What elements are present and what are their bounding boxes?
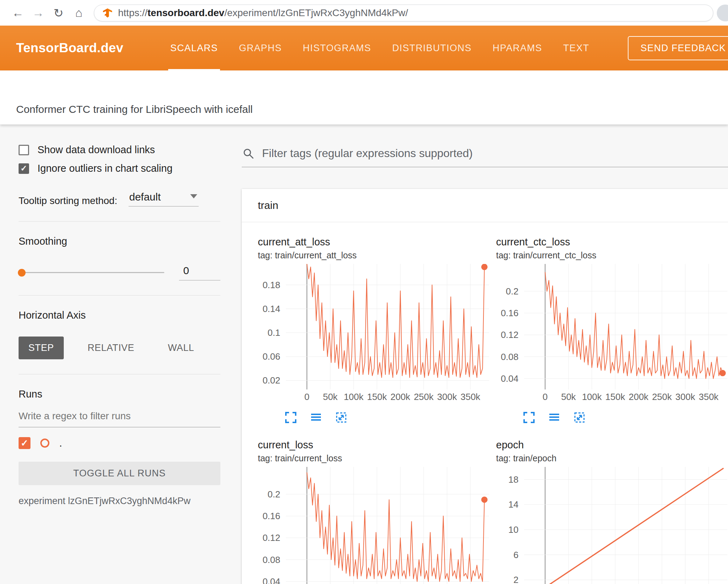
toggle-all-runs-button[interactable]: TOGGLE ALL RUNS — [19, 462, 220, 485]
tooltip-sorting-label: Tooltip sorting method: — [19, 195, 117, 206]
chart-current-loss: current_loss tag: train/current_loss 0.0… — [258, 439, 489, 584]
tab-distributions[interactable]: DISTRIBUTIONS — [382, 26, 482, 70]
tab-bar: SCALARS GRAPHS HISTOGRAMS DISTRIBUTIONS … — [160, 26, 600, 70]
tooltip-sorting-value: default — [129, 191, 161, 203]
tab-scalars[interactable]: SCALARS — [160, 26, 228, 70]
x-axis-labels: 050k100k150k200k250k300k350k — [524, 389, 727, 402]
chart-epoch: epoch tag: train/epoch 26101418 050k100k… — [496, 439, 727, 584]
browser-toolbar: ← → ↻ ⌂ https://tensorboard.dev/experime… — [0, 0, 728, 26]
run-checkbox[interactable]: ✓ — [19, 437, 30, 449]
experiment-subtitle: Conformer CTC training for LibriSpeech w… — [0, 70, 728, 124]
line-chart[interactable] — [524, 264, 727, 389]
chart-current-att-loss: current_att_loss tag: train/current_att_… — [258, 236, 489, 424]
tooltip-sorting-select[interactable]: default — [129, 191, 199, 206]
fit-domain-icon[interactable] — [573, 411, 586, 424]
chart-title: epoch — [496, 439, 727, 451]
x-axis-labels: 050k100k150k200k250k300k350k — [286, 389, 489, 402]
y-axis-labels: 0.020.060.10.140.18 — [258, 264, 286, 389]
chart-toolbar — [284, 411, 489, 424]
axis-relative-button[interactable]: RELATIVE — [78, 337, 144, 359]
line-chart[interactable] — [286, 264, 489, 389]
chevron-down-icon — [190, 194, 197, 198]
chart-toolbar — [523, 411, 727, 424]
url-path: /experiment/lzGnETjwRxC3yghNMd4kPw/ — [224, 7, 408, 18]
chart-tag: tag: train/current_att_loss — [258, 250, 489, 260]
smoothing-label: Smoothing — [19, 236, 220, 247]
settings-sidebar: Show data download links ✓ Ignore outlie… — [0, 124, 237, 584]
fit-domain-icon[interactable] — [335, 411, 348, 424]
horizontal-axis-buttons: STEP RELATIVE WALL — [19, 337, 220, 359]
smoothing-slider-knob[interactable] — [18, 269, 26, 277]
charts-grid: current_att_loss tag: train/current_att_… — [242, 222, 728, 584]
app-header: TensorBoard.dev SCALARS GRAPHS HISTOGRAM… — [0, 26, 728, 70]
show-download-links-row[interactable]: Show data download links — [19, 144, 220, 156]
general-settings-section: Show data download links ✓ Ignore outlie… — [19, 144, 220, 222]
smoothing-slider-row: 0 — [19, 265, 220, 280]
search-icon — [242, 148, 254, 159]
tab-text[interactable]: TEXT — [552, 26, 600, 70]
ignore-outliers-label: Ignore outliers in chart scaling — [37, 163, 172, 174]
address-bar[interactable]: https://tensorboard.dev/experiment/lzGnE… — [94, 5, 713, 21]
runs-label: Runs — [19, 388, 220, 400]
send-feedback-button[interactable]: SEND FEEDBACK — [628, 36, 728, 60]
line-chart[interactable] — [524, 467, 727, 584]
chart-tag: tag: train/current_loss — [258, 453, 489, 463]
tab-hparams[interactable]: HPARAMS — [482, 26, 552, 70]
horizontal-axis-label: Horizontal Axis — [19, 310, 220, 321]
axis-step-button[interactable]: STEP — [19, 337, 64, 359]
run-row[interactable]: ✓ . — [19, 437, 220, 449]
forward-icon[interactable]: → — [28, 6, 48, 20]
url-text: https://tensorboard.dev/experiment/lzGnE… — [118, 7, 408, 19]
content: Show data download links ✓ Ignore outlie… — [0, 124, 728, 584]
avatar[interactable] — [717, 5, 728, 21]
url-domain: tensorboard.dev — [147, 7, 224, 18]
runs-filter-input[interactable] — [19, 407, 220, 427]
show-download-links-label: Show data download links — [37, 144, 155, 156]
smoothing-slider[interactable] — [19, 272, 164, 273]
y-axis-labels: 26101418 — [496, 467, 524, 584]
chart-tag: tag: train/current_ctc_loss — [496, 250, 727, 260]
run-name: . — [59, 437, 62, 449]
tab-histograms[interactable]: HISTOGRAMS — [292, 26, 382, 70]
ignore-outliers-row[interactable]: ✓ Ignore outliers in chart scaling — [19, 163, 220, 174]
tooltip-sorting-row: Tooltip sorting method: default — [19, 191, 220, 206]
url-scheme: https:// — [118, 7, 147, 18]
horizontal-axis-section: Horizontal Axis STEP RELATIVE WALL — [19, 310, 220, 374]
y-axis-labels: 0.040.080.120.160.2 — [258, 467, 286, 584]
reload-icon[interactable]: ↻ — [48, 6, 69, 20]
chart-current-ctc-loss: current_ctc_loss tag: train/current_ctc_… — [496, 236, 727, 424]
smoothing-value[interactable]: 0 — [179, 265, 220, 280]
tag-group-title[interactable]: train — [242, 189, 728, 222]
train-card: train current_att_loss tag: train/curren… — [242, 189, 728, 584]
linear-scale-icon[interactable] — [548, 411, 561, 424]
run-color-icon — [40, 439, 49, 448]
ignore-outliers-checkbox[interactable]: ✓ — [19, 163, 29, 174]
filter-tags-row — [242, 147, 728, 167]
app-title: TensorBoard.dev — [16, 41, 123, 55]
chart-title: current_loss — [258, 439, 489, 451]
runs-section: Runs ✓ . TOGGLE ALL RUNS experiment lzGn… — [19, 388, 220, 521]
line-chart[interactable] — [286, 467, 489, 584]
chart-title: current_att_loss — [258, 236, 489, 248]
chart-tag: tag: train/epoch — [496, 453, 727, 463]
chart-title: current_ctc_loss — [496, 236, 727, 248]
tensorboard-favicon — [103, 8, 112, 18]
axis-wall-button[interactable]: WALL — [158, 337, 204, 359]
fullscreen-icon[interactable] — [284, 411, 297, 424]
show-download-links-checkbox[interactable] — [19, 145, 29, 155]
main-panel: train current_att_loss tag: train/curren… — [237, 124, 728, 584]
linear-scale-icon[interactable] — [310, 411, 322, 424]
y-axis-labels: 0.040.080.120.160.2 — [496, 264, 524, 389]
back-icon[interactable]: ← — [8, 6, 28, 20]
tab-graphs[interactable]: GRAPHS — [228, 26, 292, 70]
home-icon[interactable]: ⌂ — [69, 6, 89, 20]
smoothing-section: Smoothing 0 — [19, 236, 220, 296]
experiment-id-label: experiment lzGnETjwRxC3yghNMd4kPw — [19, 496, 220, 507]
filter-tags-input[interactable] — [262, 147, 728, 160]
fullscreen-icon[interactable] — [523, 411, 535, 424]
